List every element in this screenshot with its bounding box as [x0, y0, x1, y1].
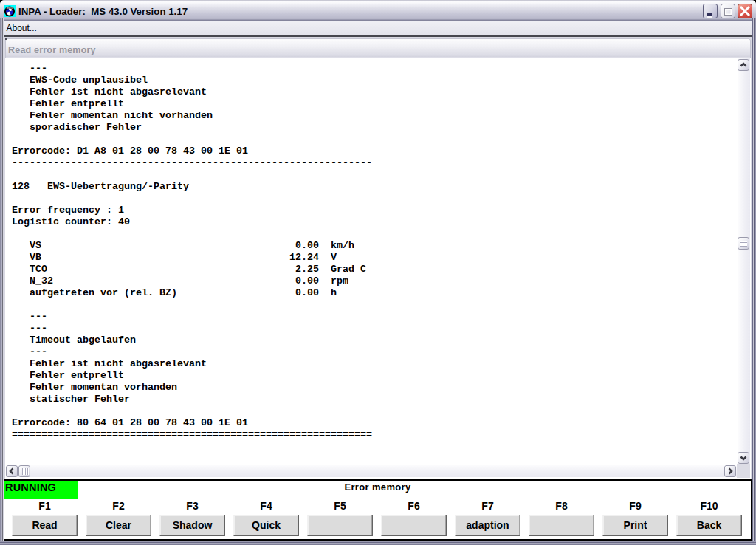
svg-text:BMW: BMW — [7, 7, 13, 10]
